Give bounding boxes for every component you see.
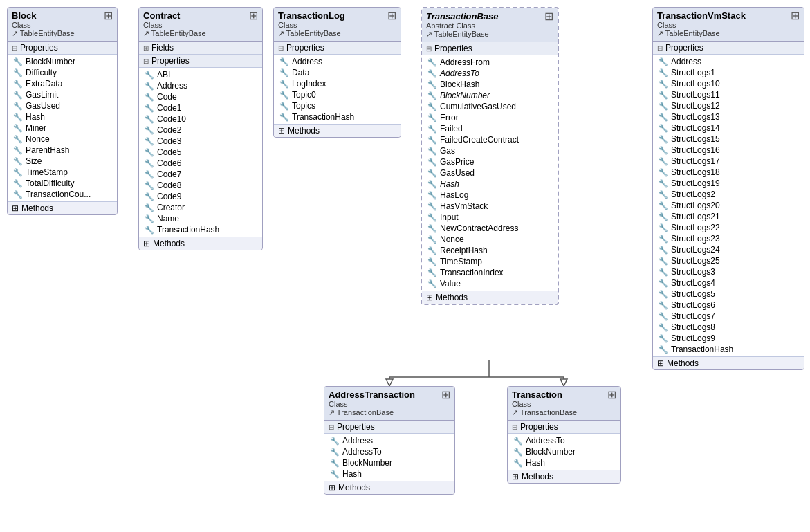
contract-properties-body: 🔧ABI 🔧Address 🔧Code 🔧Code1 🔧Code10 🔧Code… <box>139 68 262 237</box>
transaction-methods[interactable]: ⊞ Methods <box>508 470 620 483</box>
transaction-class: Transaction Class ↗ TransactionBase ⊞ ⊟ … <box>507 386 621 484</box>
transactionlog-class: TransactionLog Class ↗ TableEntityBase ⊞… <box>273 7 401 138</box>
transactionbase-class-name: TransactionBase <box>426 11 499 21</box>
transactionbase-class-parent: ↗ TableEntityBase <box>426 30 499 39</box>
transaction-properties-body: 🔧AddressTo 🔧BlockNumber 🔧Hash <box>508 434 620 470</box>
prop-code6: 🔧Code6 <box>139 158 262 169</box>
transactionlog-methods[interactable]: ⊞ Methods <box>274 124 401 137</box>
transactionbase-expand-icon[interactable]: ⊞ <box>544 11 553 22</box>
contract-fields-header[interactable]: ⊞ Fields <box>139 42 262 55</box>
addresstransaction-class-parent: ↗ TransactionBase <box>329 408 415 417</box>
prop-miner: 🔧Miner <box>8 122 117 134</box>
transaction-properties-header[interactable]: ⊟ Properties <box>508 421 620 434</box>
addresstransaction-expand-icon[interactable]: ⊞ <box>441 389 450 401</box>
prop-parenthash: 🔧ParentHash <box>8 145 117 156</box>
block-properties-body: 🔧BlockNumber 🔧Difficulty 🔧ExtraData 🔧Gas… <box>8 55 117 201</box>
prop-code3: 🔧Code3 <box>139 136 262 147</box>
transactionvmstack-properties-body: 🔧Address 🔧StructLogs1 🔧StructLogs10 🔧Str… <box>653 55 804 356</box>
addresstransaction-header: AddressTransaction Class ↗ TransactionBa… <box>324 387 454 421</box>
addresstransaction-class-type: Class <box>329 400 415 408</box>
contract-class-parent: ↗ TableEntityBase <box>143 29 206 38</box>
transactionlog-properties-header[interactable]: ⊟ Properties <box>274 42 401 55</box>
block-class-parent: ↗ TableEntityBase <box>12 29 75 38</box>
contract-expand-icon[interactable]: ⊞ <box>249 10 258 21</box>
prop-code2: 🔧Code2 <box>139 125 262 136</box>
prop-creator: 🔧Creator <box>139 202 262 213</box>
block-class-name: Block <box>12 10 75 21</box>
prop-code1: 🔧Code1 <box>139 102 262 113</box>
transactionbase-properties-header[interactable]: ⊟ Properties <box>422 42 558 55</box>
prop-transactioncou: 🔧TransactionCou... <box>8 189 117 200</box>
transactionvmstack-class-parent: ↗ TableEntityBase <box>657 29 746 38</box>
transactionbase-class-type: Abstract Class <box>426 21 499 30</box>
addresstransaction-properties-header[interactable]: ⊟ Properties <box>324 421 454 434</box>
contract-properties-header[interactable]: ⊟ Properties <box>139 55 262 68</box>
transactionbase-properties-body: 🔧AddressFrom 🔧AddressTo 🔧BlockHash 🔧Bloc… <box>422 55 558 291</box>
diagram-container: Block Class ↗ TableEntityBase ⊞ ⊟ Proper… <box>0 0 810 532</box>
prop-code10: 🔧Code10 <box>139 113 262 125</box>
contract-class-name: Contract <box>143 10 206 21</box>
transaction-header: Transaction Class ↗ TransactionBase ⊞ <box>508 387 620 421</box>
transaction-class-name: Transaction <box>512 389 577 400</box>
prop-gaslimit: 🔧GasLimit <box>8 89 117 100</box>
transactionbase-header: TransactionBase Abstract Class ↗ TableEn… <box>422 8 558 42</box>
transactionvmstack-methods[interactable]: ⊞ Methods <box>653 356 804 369</box>
prop-code8: 🔧Code8 <box>139 180 262 191</box>
prop-blocknumber: 🔧BlockNumber <box>8 56 117 67</box>
prop-difficulty: 🔧Difficulty <box>8 67 117 78</box>
prop-hash: 🔧Hash <box>8 111 117 122</box>
prop-totaldifficulty: 🔧TotalDifficulty <box>8 178 117 189</box>
contract-methods[interactable]: ⊞ Methods <box>139 237 262 250</box>
transactionvmstack-properties-header[interactable]: ⊟ Properties <box>653 42 804 55</box>
transactionbase-class: TransactionBase Abstract Class ↗ TableEn… <box>421 7 559 305</box>
contract-class-type: Class <box>143 21 206 29</box>
addresstransaction-class: AddressTransaction Class ↗ TransactionBa… <box>324 386 455 495</box>
transactionlog-class-name: TransactionLog <box>278 10 345 21</box>
block-properties-header[interactable]: ⊟ Properties <box>8 42 117 55</box>
block-class-type: Class <box>12 21 75 29</box>
transactionlog-header: TransactionLog Class ↗ TableEntityBase ⊞ <box>274 8 401 42</box>
svg-marker-6 <box>560 379 567 386</box>
addresstransaction-properties-body: 🔧Address 🔧AddressTo 🔧BlockNumber 🔧Hash <box>324 434 454 481</box>
prop-timestamp: 🔧TimeStamp <box>8 167 117 178</box>
transactionvmstack-header: TransactionVmStack Class ↗ TableEntityBa… <box>653 8 804 42</box>
block-methods[interactable]: ⊞ Methods <box>8 201 117 214</box>
prop-abi: 🔧ABI <box>139 69 262 80</box>
prop-code9: 🔧Code9 <box>139 191 262 202</box>
transactionlog-class-type: Class <box>278 21 345 29</box>
prop-nonce: 🔧Nonce <box>8 134 117 145</box>
contract-class: Contract Class ↗ TableEntityBase ⊞ ⊞ Fie… <box>138 7 263 250</box>
prop-name: 🔧Name <box>139 213 262 224</box>
transactionvmstack-class: TransactionVmStack Class ↗ TableEntityBa… <box>652 7 804 370</box>
block-header: Block Class ↗ TableEntityBase ⊞ <box>8 8 117 42</box>
prop-address: 🔧Address <box>139 80 262 91</box>
contract-header: Contract Class ↗ TableEntityBase ⊞ <box>139 8 262 42</box>
prop-code7: 🔧Code7 <box>139 169 262 180</box>
transaction-expand-icon[interactable]: ⊞ <box>607 389 616 401</box>
prop-code5: 🔧Code5 <box>139 147 262 158</box>
block-expand-icon[interactable]: ⊞ <box>104 10 113 21</box>
transactionlog-properties-body: 🔧Address 🔧Data 🔧LogIndex 🔧Topic0 🔧Topics… <box>274 55 401 124</box>
transaction-class-type: Class <box>512 400 577 408</box>
prop-size: 🔧Size <box>8 156 117 167</box>
transactionlog-class-parent: ↗ TableEntityBase <box>278 29 345 38</box>
transaction-class-parent: ↗ TransactionBase <box>512 408 577 417</box>
addresstransaction-class-name: AddressTransaction <box>329 389 415 400</box>
svg-marker-5 <box>386 379 393 386</box>
transactionvmstack-class-type: Class <box>657 21 746 29</box>
prop-code: 🔧Code <box>139 91 262 102</box>
transactionvmstack-class-name: TransactionVmStack <box>657 10 746 21</box>
addresstransaction-methods[interactable]: ⊞ Methods <box>324 481 454 494</box>
transactionlog-expand-icon[interactable]: ⊞ <box>387 10 396 21</box>
transactionbase-methods[interactable]: ⊞ Methods <box>422 291 558 304</box>
prop-transactionhash: 🔧TransactionHash <box>139 224 262 235</box>
block-class: Block Class ↗ TableEntityBase ⊞ ⊟ Proper… <box>7 7 118 215</box>
prop-extradata: 🔧ExtraData <box>8 78 117 89</box>
transactionvmstack-expand-icon[interactable]: ⊞ <box>791 10 800 21</box>
prop-gasused: 🔧GasUsed <box>8 100 117 111</box>
